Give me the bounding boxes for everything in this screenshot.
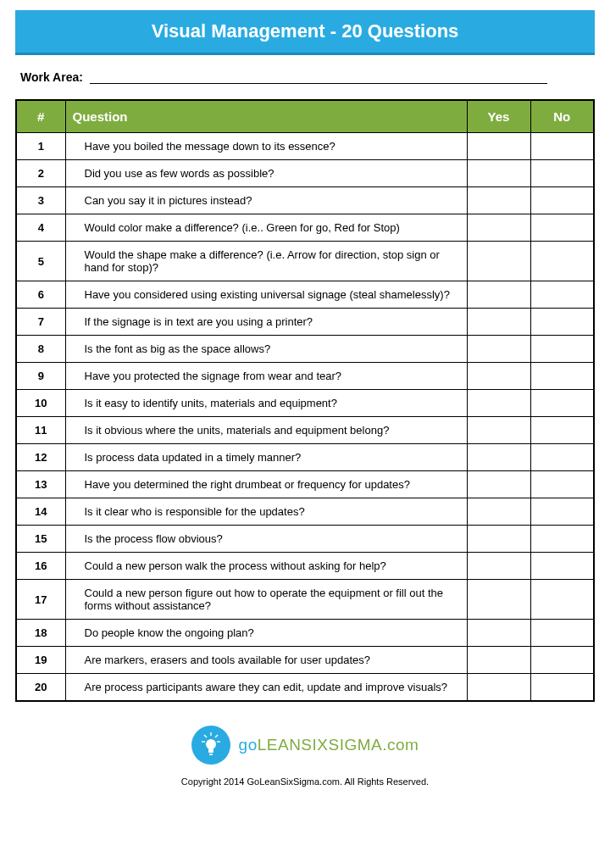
row-number: 8: [16, 336, 65, 363]
table-row: 4Would color make a difference? (i.e.. G…: [16, 214, 594, 242]
table-row: 18Do people know the ongoing plan?: [16, 620, 594, 647]
row-number: 17: [16, 580, 65, 620]
yes-cell[interactable]: [467, 336, 530, 363]
no-cell[interactable]: [530, 444, 594, 471]
logo-dotcom: .com: [382, 736, 419, 754]
yes-cell[interactable]: [467, 526, 530, 553]
no-cell[interactable]: [530, 214, 594, 242]
table-row: 7If the signage is in text are you using…: [16, 309, 594, 336]
yes-cell[interactable]: [467, 214, 530, 242]
row-number: 5: [16, 242, 65, 281]
no-cell[interactable]: [530, 620, 594, 647]
yes-cell[interactable]: [467, 363, 530, 390]
no-cell[interactable]: [530, 390, 594, 417]
no-cell[interactable]: [530, 187, 594, 214]
row-number: 10: [16, 390, 65, 417]
row-question: Could a new person walk the process with…: [65, 553, 467, 580]
no-cell[interactable]: [530, 553, 594, 580]
row-question: Is it clear who is responsible for the u…: [65, 498, 467, 526]
yes-cell[interactable]: [467, 471, 530, 498]
yes-cell[interactable]: [467, 444, 530, 471]
row-question: Would the shape make a difference? (i.e.…: [65, 242, 467, 281]
work-area-input-line[interactable]: [90, 70, 547, 84]
yes-cell[interactable]: [467, 674, 530, 702]
svg-rect-6: [208, 748, 214, 753]
table-row: 14Is it clear who is responsible for the…: [16, 498, 594, 526]
row-number: 16: [16, 553, 65, 580]
no-cell[interactable]: [530, 580, 594, 620]
logo-six: SIX: [301, 736, 328, 754]
row-number: 7: [16, 309, 65, 336]
row-number: 9: [16, 363, 65, 390]
table-row: 16Could a new person walk the process wi…: [16, 553, 594, 580]
table-row: 8Is the font as big as the space allows?: [16, 336, 594, 363]
row-number: 18: [16, 620, 65, 647]
logo-go: go: [239, 736, 258, 754]
row-number: 12: [16, 444, 65, 471]
table-row: 13Have you determined the right drumbeat…: [16, 471, 594, 498]
table-row: 1Have you boiled the message down to its…: [16, 133, 594, 160]
row-question: Is it obvious where the units, materials…: [65, 417, 467, 444]
row-question: Have you determined the right drumbeat o…: [65, 471, 467, 498]
no-cell[interactable]: [530, 647, 594, 674]
footer: goLEANSIXSIGMA.com Copyright 2014 GoLean…: [15, 702, 595, 787]
no-cell[interactable]: [530, 526, 594, 553]
header-no: No: [530, 100, 594, 133]
table-row: 12Is process data updated in a timely ma…: [16, 444, 594, 471]
row-question: Could a new person figure out how to ope…: [65, 580, 467, 620]
row-number: 1: [16, 133, 65, 160]
row-number: 3: [16, 187, 65, 214]
yes-cell[interactable]: [467, 417, 530, 444]
no-cell[interactable]: [530, 336, 594, 363]
no-cell[interactable]: [530, 281, 594, 309]
logo-lean: LEAN: [258, 736, 302, 754]
no-cell[interactable]: [530, 498, 594, 526]
work-area-label: Work Area:: [20, 70, 83, 84]
no-cell[interactable]: [530, 471, 594, 498]
table-row: 11Is it obvious where the units, materia…: [16, 417, 594, 444]
yes-cell[interactable]: [467, 647, 530, 674]
row-number: 4: [16, 214, 65, 242]
yes-cell[interactable]: [467, 553, 530, 580]
row-number: 20: [16, 674, 65, 702]
yes-cell[interactable]: [467, 281, 530, 309]
no-cell[interactable]: [530, 363, 594, 390]
row-number: 14: [16, 498, 65, 526]
no-cell[interactable]: [530, 674, 594, 702]
table-row: 15Is the process flow obvious?: [16, 526, 594, 553]
yes-cell[interactable]: [467, 160, 530, 187]
no-cell[interactable]: [530, 133, 594, 160]
page-title: Visual Management - 20 Questions: [15, 10, 595, 55]
row-number: 6: [16, 281, 65, 309]
table-header-row: # Question Yes No: [16, 100, 594, 133]
no-cell[interactable]: [530, 309, 594, 336]
logo-text: goLEANSIXSIGMA.com: [239, 736, 419, 754]
row-question: Are markers, erasers and tools available…: [65, 647, 467, 674]
row-question: Is process data updated in a timely mann…: [65, 444, 467, 471]
no-cell[interactable]: [530, 160, 594, 187]
yes-cell[interactable]: [467, 309, 530, 336]
yes-cell[interactable]: [467, 498, 530, 526]
yes-cell[interactable]: [467, 187, 530, 214]
row-number: 15: [16, 526, 65, 553]
yes-cell[interactable]: [467, 133, 530, 160]
yes-cell[interactable]: [467, 242, 530, 281]
no-cell[interactable]: [530, 417, 594, 444]
row-question: Can you say it in pictures instead?: [65, 187, 467, 214]
row-question: Is it easy to identify units, materials …: [65, 390, 467, 417]
header-yes: Yes: [467, 100, 530, 133]
yes-cell[interactable]: [467, 390, 530, 417]
table-row: 9Have you protected the signage from wea…: [16, 363, 594, 390]
table-row: 10Is it easy to identify units, material…: [16, 390, 594, 417]
row-question: Would color make a difference? (i.e.. Gr…: [65, 214, 467, 242]
row-question: Is the font as big as the space allows?: [65, 336, 467, 363]
table-row: 3Can you say it in pictures instead?: [16, 187, 594, 214]
row-number: 2: [16, 160, 65, 187]
yes-cell[interactable]: [467, 580, 530, 620]
no-cell[interactable]: [530, 242, 594, 281]
svg-point-5: [206, 739, 216, 749]
row-question: Have you protected the signage from wear…: [65, 363, 467, 390]
svg-line-2: [215, 735, 218, 737]
lightbulb-icon: [191, 726, 230, 765]
yes-cell[interactable]: [467, 620, 530, 647]
